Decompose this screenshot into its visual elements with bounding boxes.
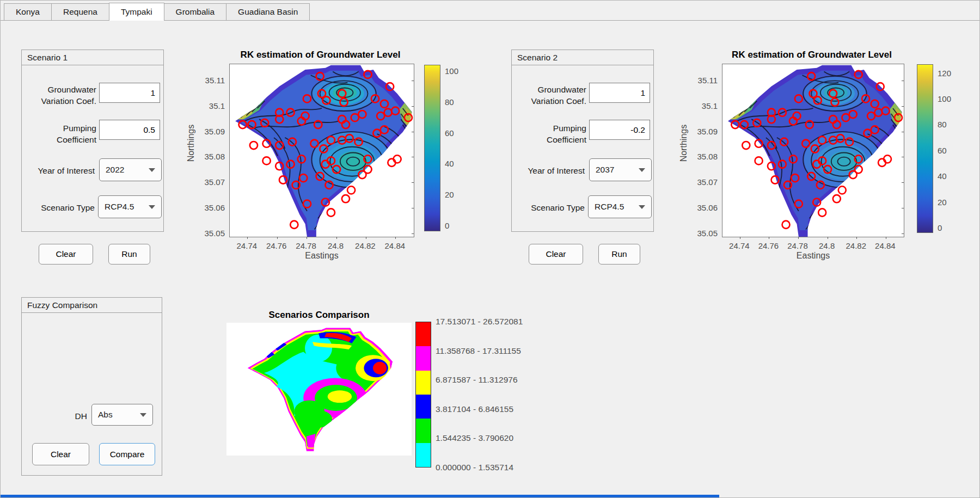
colorbar-tick-label: 120 [938, 68, 951, 77]
tab-bar: KonyaRequenaTympakiGrombaliaGuadiana Bas… [1, 1, 979, 21]
plot2-axes [722, 64, 904, 237]
y-tick-label: 35.05 [697, 228, 718, 237]
y-tick-label: 35.08 [204, 152, 225, 161]
plot1-ylabel: Northings [186, 116, 196, 170]
tab-tympaki[interactable]: Tympaki [109, 3, 164, 21]
scenario2-panel: Scenario 2 Groundwater Variation Coef. P… [511, 50, 654, 232]
plot2-ylabel: Northings [679, 116, 689, 170]
legend-swatch [416, 322, 431, 346]
x-tick-label: 24.8 [328, 241, 344, 250]
chevron-down-icon [140, 413, 146, 417]
x-tick-label: 24.84 [385, 241, 406, 250]
y-tick-label: 35.11 [698, 75, 718, 84]
fuzzy-clear-button[interactable]: Clear [32, 443, 89, 465]
pumping-coef-input-2[interactable] [589, 120, 650, 140]
tab-konya[interactable]: Konya [4, 3, 52, 20]
legend-swatch [416, 443, 431, 467]
pumping-coef-input-1[interactable] [99, 120, 160, 140]
colorbar-tick-label: 60 [938, 145, 947, 155]
scenario-type-label-2: Scenario Type [512, 202, 585, 213]
chevron-down-icon [639, 205, 645, 209]
well-marker [342, 195, 350, 202]
plot1-colorbar-labels: 100806040200 [445, 65, 463, 231]
legend-swatch [416, 371, 431, 395]
scenario-type-dropdown-1[interactable]: RCP4.5 [98, 195, 162, 218]
x-tick-label: 24.76 [266, 241, 287, 250]
y-tick-label: 35.05 [204, 228, 225, 237]
colorbar-tick-label: 20 [938, 197, 947, 206]
plot2-title: RK estimation of Groundwater Level [719, 50, 904, 60]
gw-variation-label-2: Groundwater Variation Coef. [518, 84, 586, 107]
colorbar-tick-label: 0 [445, 221, 449, 230]
y-tick-label: 35.11 [205, 75, 225, 84]
well-marker [838, 186, 846, 194]
colorbar-tick-label: 80 [938, 120, 947, 129]
comparison-plot: Scenarios Comparison [218, 305, 501, 479]
scenario-type-value-2: RCP4.5 [595, 202, 624, 212]
y-tick-label: 35.06 [697, 203, 718, 212]
x-tick-label: 24.74 [237, 241, 258, 250]
well-marker [833, 195, 841, 202]
chevron-down-icon [639, 168, 645, 172]
colorbar-tick-label: 40 [938, 171, 947, 181]
scenario2-panel-title: Scenario 2 [512, 50, 653, 65]
x-tick-label: 24.8 [819, 241, 835, 250]
tab-requena[interactable]: Requena [51, 3, 109, 20]
year-dropdown-1[interactable]: 2022 [99, 158, 162, 181]
scenario-type-label-1: Scenario Type [22, 202, 95, 213]
tab-guadiana-basin[interactable]: Guadiana Basin [226, 3, 310, 20]
well-marker [263, 157, 271, 164]
well-marker [742, 142, 750, 149]
well-marker [818, 208, 826, 216]
year-label-2: Year of Interest [512, 165, 585, 176]
rk-plot-2: RK estimation of Groundwater Level 35.11… [673, 48, 956, 272]
legend-swatch [416, 419, 431, 442]
well-marker [782, 221, 790, 229]
scenario-type-value-1: RCP4.5 [105, 202, 134, 212]
x-tick-label: 24.74 [729, 241, 750, 250]
dh-value: Abs [98, 410, 113, 420]
fuzzy-panel: Fuzzy Comparison DH Abs Clear Compare [21, 297, 162, 476]
contour-map-2 [722, 64, 904, 237]
colorbar-tick-label: 20 [445, 190, 454, 199]
y-tick-label: 35.1 [209, 101, 225, 110]
y-tick-label: 35.1 [702, 101, 718, 110]
colorbar-tick-label: 0 [938, 223, 942, 232]
pumping-coef-label-2: Pumping Coefficient [518, 122, 586, 145]
plot2-colorbar-labels: 120100806040200 [938, 64, 956, 233]
tab-grombalia[interactable]: Grombalia [164, 3, 227, 20]
contour-map-1 [230, 64, 414, 237]
comparison-map-box [226, 323, 412, 456]
year-value-2: 2037 [596, 165, 614, 175]
clear-button-1[interactable]: Clear [39, 244, 93, 265]
run-button-1[interactable]: Run [108, 244, 150, 265]
pumping-coef-label-1: Pumping Coefficient [28, 122, 96, 145]
legend-range-label: 17.513071 - 26.572081 [436, 317, 523, 327]
x-tick-label: 24.78 [787, 241, 808, 250]
gw-variation-input-1[interactable] [99, 83, 160, 103]
plot2-colorbar [917, 64, 933, 233]
plot2-xlabel: Eastings [722, 251, 904, 261]
legend-range-label: 11.358768 - 17.311155 [436, 346, 521, 356]
colorbar-tick-label: 80 [445, 97, 454, 106]
clear-button-2[interactable]: Clear [529, 244, 583, 265]
y-tick-label: 35.07 [204, 177, 225, 187]
year-dropdown-2[interactable]: 2037 [589, 158, 652, 181]
plot1-title: RK estimation of Groundwater Level [226, 50, 414, 60]
x-tick-label: 24.82 [355, 241, 376, 250]
scenario1-panel: Scenario 1 Groundwater Variation Coef. P… [21, 50, 164, 232]
y-tick-label: 35.09 [697, 126, 718, 136]
scenario-type-dropdown-2[interactable]: RCP4.5 [588, 195, 652, 218]
legend-range-label: 3.817104 - 6.846155 [436, 404, 513, 414]
colorbar-tick-label: 60 [445, 128, 454, 137]
fuzzy-compare-button[interactable]: Compare [99, 443, 155, 465]
run-button-2[interactable]: Run [598, 244, 640, 265]
rk-plot-1: RK estimation of Groundwater Level 35.11… [180, 48, 463, 272]
year-label-1: Year of Interest [22, 165, 95, 176]
legend-swatch [416, 395, 431, 419]
well-marker [327, 208, 335, 216]
dh-dropdown[interactable]: Abs [91, 404, 153, 426]
x-tick-label: 24.78 [296, 241, 316, 250]
y-tick-label: 35.07 [697, 177, 718, 187]
gw-variation-input-2[interactable] [589, 83, 650, 103]
